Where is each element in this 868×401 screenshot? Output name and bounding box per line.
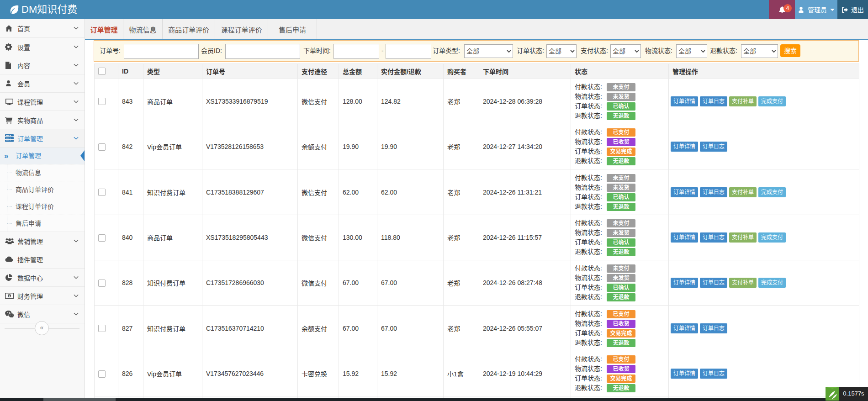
svg-text:1: 1 bbox=[9, 294, 11, 297]
